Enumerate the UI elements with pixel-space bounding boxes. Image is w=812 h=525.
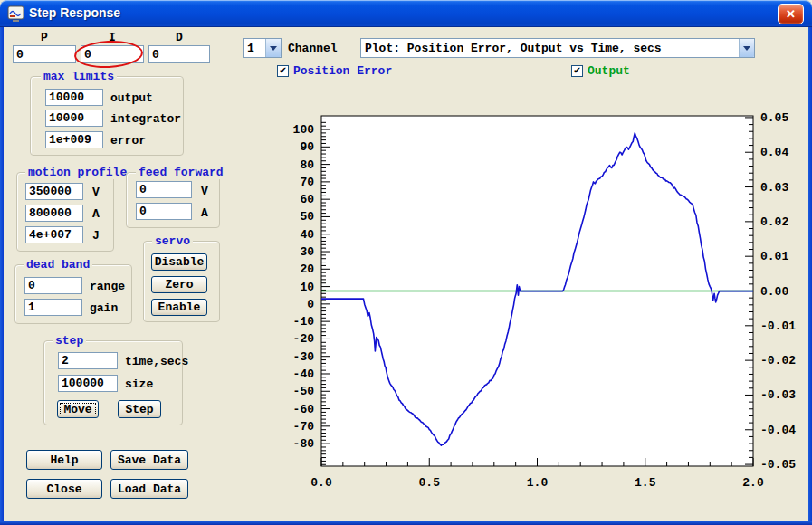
channel-value: 1 [244, 42, 265, 55]
motion-v-label: V [92, 186, 100, 199]
svg-text:50: 50 [300, 210, 314, 224]
svg-text:10: 10 [300, 281, 314, 294]
servo-disable-button[interactable]: Disable [151, 253, 207, 271]
window-title: Step Response [29, 5, 120, 20]
window-border-right [808, 27, 812, 525]
channel-dropdown-icon[interactable] [265, 39, 281, 57]
svg-text:20: 20 [300, 262, 314, 276]
dead-band-range-label: range [90, 280, 125, 293]
max-error-label: error [110, 134, 146, 148]
svg-text:30: 30 [300, 245, 314, 259]
window-border-left [0, 27, 4, 525]
max-integrator-label: integrator [110, 112, 181, 126]
i-input[interactable] [81, 45, 144, 63]
svg-text:40: 40 [300, 228, 314, 242]
motion-j-input[interactable] [25, 226, 83, 243]
dead-band-gain-input[interactable] [24, 299, 82, 316]
svg-text:0.02: 0.02 [760, 215, 788, 229]
d-label: D [148, 31, 210, 44]
load-data-button[interactable]: Load Data [110, 479, 188, 499]
ff-a-label: A [201, 206, 208, 220]
svg-text:80: 80 [300, 158, 314, 172]
max-output-label: output [110, 91, 153, 105]
svg-text:-10: -10 [293, 315, 315, 329]
d-input[interactable] [148, 45, 210, 63]
svg-text:0.01: 0.01 [760, 250, 788, 263]
motion-j-label: J [92, 229, 100, 243]
max-error-input[interactable] [45, 131, 103, 148]
p-label: P [13, 31, 76, 44]
svg-text:-30: -30 [293, 350, 315, 364]
motion-profile-title: motion profile [25, 166, 129, 179]
dead-band-range-input[interactable] [24, 277, 82, 294]
svg-text:2.0: 2.0 [742, 476, 764, 490]
svg-text:0: 0 [307, 298, 314, 311]
servo-title: servo [152, 234, 193, 248]
channel-label: Channel [288, 42, 338, 55]
plot-select[interactable]: Plot: Position Error, Output vs Time, se… [360, 38, 755, 58]
dead-band-title: dead band [24, 258, 92, 272]
svg-text:0.5: 0.5 [419, 476, 441, 490]
svg-text:-20: -20 [293, 332, 315, 346]
svg-text:100: 100 [293, 123, 315, 137]
feed-forward-title: feed forward [136, 166, 226, 179]
servo-zero-button[interactable]: Zero [151, 276, 207, 293]
step-size-input[interactable] [58, 375, 118, 392]
svg-text:60: 60 [300, 193, 314, 206]
svg-text:-50: -50 [293, 385, 315, 398]
svg-text:-40: -40 [293, 368, 315, 381]
svg-text:0.05: 0.05 [760, 111, 788, 125]
step-time-label: time,secs [125, 355, 188, 368]
svg-text:-60: -60 [293, 403, 315, 416]
plot-select-value: Plot: Position Error, Output vs Time, se… [361, 42, 739, 55]
step-response-window: Step Response ✕ P I D 1 Channel Plot: Po… [0, 0, 812, 525]
p-input[interactable] [13, 45, 76, 63]
help-button[interactable]: Help [26, 450, 102, 470]
ff-a-input[interactable] [136, 203, 192, 220]
position-error-checkbox-label: Position Error [293, 64, 392, 78]
motion-a-label: A [92, 207, 100, 221]
svg-text:1.5: 1.5 [635, 476, 656, 490]
step-title: step [53, 334, 86, 348]
close-button[interactable]: Close [26, 479, 102, 499]
window-border-bottom [0, 521, 812, 525]
max-integrator-input[interactable] [45, 110, 103, 127]
save-data-button[interactable]: Save Data [110, 450, 188, 470]
position-error-checkbox[interactable]: ✔ [277, 65, 289, 77]
svg-text:0.04: 0.04 [760, 146, 788, 159]
max-limits-title: max limits [41, 70, 117, 83]
svg-text:0.0: 0.0 [310, 476, 332, 490]
svg-text:0.03: 0.03 [760, 181, 788, 195]
svg-text:-0.05: -0.05 [760, 458, 796, 472]
motion-v-input[interactable] [25, 183, 83, 200]
dead-band-gain-label: gain [90, 301, 118, 315]
svg-text:-70: -70 [293, 420, 315, 434]
max-output-input[interactable] [45, 89, 103, 106]
move-button[interactable]: Move [57, 400, 99, 418]
svg-text:-0.04: -0.04 [760, 424, 796, 437]
titlebar[interactable]: Step Response ✕ [0, 0, 812, 27]
i-label: I [81, 31, 144, 44]
app-icon [7, 5, 24, 23]
svg-text:1.0: 1.0 [527, 476, 549, 490]
svg-text:-0.03: -0.03 [760, 388, 796, 402]
step-button[interactable]: Step [118, 400, 161, 418]
close-window-button[interactable]: ✕ [778, 4, 804, 24]
channel-select[interactable]: 1 [243, 38, 282, 58]
servo-enable-button[interactable]: Enable [151, 299, 207, 316]
svg-text:70: 70 [300, 176, 314, 189]
output-checkbox[interactable]: ✔ [571, 65, 583, 77]
motion-a-input[interactable] [25, 205, 83, 222]
step-time-input[interactable] [58, 352, 118, 369]
step-size-label: size [125, 377, 153, 391]
ff-v-input[interactable] [136, 181, 192, 198]
svg-text:0.00: 0.00 [760, 285, 788, 299]
output-checkbox-label: Output [588, 64, 630, 78]
ff-v-label: V [201, 185, 208, 198]
plot-dropdown-icon[interactable] [739, 39, 754, 57]
svg-text:-0.02: -0.02 [760, 354, 796, 368]
svg-text:-0.01: -0.01 [760, 320, 796, 333]
svg-text:90: 90 [300, 140, 314, 154]
svg-text:-80: -80 [293, 437, 315, 451]
